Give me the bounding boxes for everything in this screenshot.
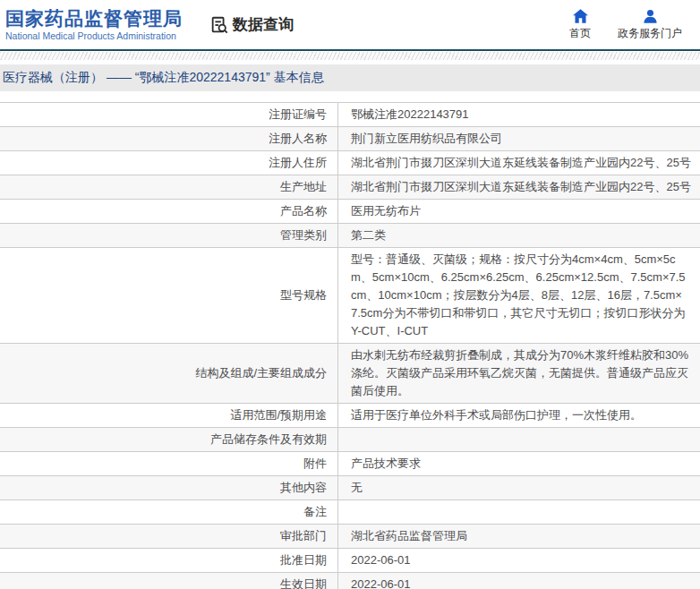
row-label: 生产地址 xyxy=(280,178,327,196)
table-row: 型号规格 型号：普通级、灭菌级；规格：按尺寸分为4cm×4cm、5cm×5cm、… xyxy=(0,248,700,344)
row-label-cell: 注册人住所 xyxy=(0,151,338,175)
table-row: 其他内容 无 xyxy=(0,476,700,500)
row-label: 产品名称 xyxy=(280,202,327,220)
logo-title: 国家药品监督管理局 xyxy=(5,8,183,30)
row-label: 管理类别 xyxy=(280,226,327,244)
row-value: 2022-06-01 xyxy=(338,573,700,589)
row-label: 生效日期 xyxy=(280,576,327,589)
header-nav: 首页 政务服务门户 xyxy=(569,9,691,41)
row-value: 医用无纺布片 xyxy=(338,200,700,223)
home-icon xyxy=(573,9,588,23)
row-value: 荆门新立医用纺织品有限公司 xyxy=(338,127,700,150)
row-label-cell: 其他内容 xyxy=(0,476,338,499)
row-value: 第二类 xyxy=(338,224,700,247)
row-label-cell: 产品名称 xyxy=(0,200,338,223)
page-title-bar: 医疗器械（注册） —— “鄂械注准20222143791” 基本信息 xyxy=(0,64,700,91)
row-value: 由水刺无纺布经裁剪折叠制成，其成分为70%木浆纤维粘胶和30%涤纶。灭菌级产品采… xyxy=(338,344,700,403)
row-label-cell: 注册人名称 xyxy=(0,127,338,150)
row-label: 适用范围/预期用途 xyxy=(230,406,327,424)
hatch-divider xyxy=(0,52,700,60)
table-row: 产品名称 医用无纺布片 xyxy=(0,200,700,224)
row-label-cell: 产品储存条件及有效期 xyxy=(0,428,338,451)
row-value: 湖北省药品监督管理局 xyxy=(338,525,700,548)
table-row: 生产地址 湖北省荆门市掇刀区深圳大道东延线装备制造产业园内22号、25号 xyxy=(0,175,700,200)
data-query-heading: 数据查询 xyxy=(209,14,294,35)
row-label-cell: 附件 xyxy=(0,452,338,475)
row-label-cell: 批准日期 xyxy=(0,549,338,572)
table-row: 适用范围/预期用途 适用于医疗单位外科手术或局部伤口护理，一次性使用。 xyxy=(0,404,700,428)
user-icon xyxy=(643,9,658,23)
table-row: 产品储存条件及有效期 xyxy=(0,428,700,452)
row-value: 湖北省荆门市掇刀区深圳大道东延线装备制造产业园内22号、25号 xyxy=(338,175,700,199)
nav-home[interactable]: 首页 xyxy=(569,9,591,41)
row-label-cell: 生效日期 xyxy=(0,573,338,589)
table-row: 注册人名称 荆门新立医用纺织品有限公司 xyxy=(0,127,700,151)
row-label-cell: 型号规格 xyxy=(0,248,338,343)
info-table: 注册证编号 鄂械注准20222143791 注册人名称 荆门新立医用纺织品有限公… xyxy=(0,102,700,589)
table-row: 备注 xyxy=(0,500,700,525)
table-row: 管理类别 第二类 xyxy=(0,224,700,248)
row-value: 无 xyxy=(338,476,700,499)
row-value xyxy=(338,437,700,442)
nav-gov-portal-label: 政务服务门户 xyxy=(618,26,682,41)
row-value: 适用于医疗单位外科手术或局部伤口护理，一次性使用。 xyxy=(338,404,700,427)
data-query-label: 数据查询 xyxy=(233,14,294,35)
row-label-cell: 备注 xyxy=(0,500,338,524)
row-label: 审批部门 xyxy=(280,527,327,545)
table-row: 注册证编号 鄂械注准20222143791 xyxy=(0,103,700,127)
row-label-cell: 结构及组成/主要组成成分 xyxy=(0,344,338,403)
row-label-cell: 生产地址 xyxy=(0,175,338,199)
nav-home-label: 首页 xyxy=(569,26,591,41)
site-header: 国家药品监督管理局 National Medical Products Admi… xyxy=(0,0,700,51)
page-title: 医疗器械（注册） —— “鄂械注准20222143791” 基本信息 xyxy=(3,70,324,86)
document-search-icon xyxy=(209,15,229,35)
row-label: 其他内容 xyxy=(280,479,327,497)
table-row: 附件 产品技术要求 xyxy=(0,452,700,476)
row-value: 型号：普通级、灭菌级；规格：按尺寸分为4cm×4cm、5cm×5cm、5cm×1… xyxy=(338,248,700,343)
row-label: 结构及组成/主要组成成分 xyxy=(195,364,327,382)
row-label: 注册人住所 xyxy=(269,154,327,172)
row-label: 附件 xyxy=(303,455,327,473)
row-value: 鄂械注准20222143791 xyxy=(338,103,700,126)
table-row: 审批部门 湖北省药品监督管理局 xyxy=(0,525,700,549)
table-row: 注册人住所 湖北省荆门市掇刀区深圳大道东延线装备制造产业园内22号、25号 xyxy=(0,151,700,175)
row-label-cell: 管理类别 xyxy=(0,224,338,247)
row-label: 产品储存条件及有效期 xyxy=(210,431,327,448)
nmpa-logo[interactable]: 国家药品监督管理局 National Medical Products Admi… xyxy=(5,8,183,41)
row-label: 备注 xyxy=(303,503,327,521)
row-label-cell: 适用范围/预期用途 xyxy=(0,404,338,427)
row-label: 注册证编号 xyxy=(269,106,327,124)
table-row: 批准日期 2022-06-01 xyxy=(0,549,700,573)
row-label: 注册人名称 xyxy=(269,130,327,148)
row-label-cell: 审批部门 xyxy=(0,525,338,548)
row-value: 2022-06-01 xyxy=(338,549,700,572)
nav-gov-portal[interactable]: 政务服务门户 xyxy=(618,9,682,41)
table-row: 结构及组成/主要组成成分 由水刺无纺布经裁剪折叠制成，其成分为70%木浆纤维粘胶… xyxy=(0,344,700,404)
row-label-cell: 注册证编号 xyxy=(0,103,338,126)
row-label: 批准日期 xyxy=(280,551,327,569)
table-row: 生效日期 2022-06-01 xyxy=(0,573,700,589)
logo-subtitle: National Medical Products Administration xyxy=(5,30,183,41)
row-label: 型号规格 xyxy=(280,286,327,304)
row-value: 湖北省荆门市掇刀区深圳大道东延线装备制造产业园内22号、25号 xyxy=(338,151,700,175)
row-value: 产品技术要求 xyxy=(338,452,700,475)
row-value xyxy=(338,509,700,515)
